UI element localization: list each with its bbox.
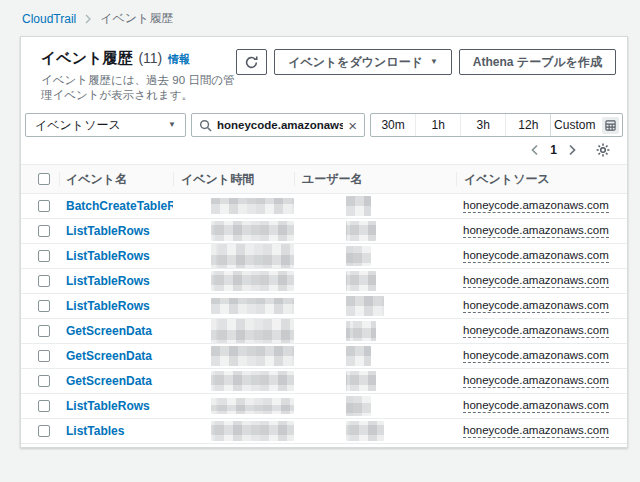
redacted-user-name: [346, 321, 376, 341]
create-athena-table-button[interactable]: Athena テーブルを作成: [459, 49, 616, 75]
table-row: GetScreenData honeycode.amazonaws.com: [21, 344, 627, 369]
event-source-value[interactable]: honeycode.amazonaws.com: [463, 299, 609, 313]
current-page-number[interactable]: 1: [550, 143, 557, 157]
event-name-link[interactable]: GetScreenData: [66, 374, 152, 388]
redacted-user-name: [346, 447, 371, 449]
table-row: GetScreenData honeycode.amazonaws.com: [21, 369, 627, 394]
event-source-value[interactable]: honeycode.amazonaws.com: [463, 349, 609, 363]
event-history-panel: イベント履歴 (11) 情報 イベント履歴には、過去 90 日間の管理イベントが…: [20, 36, 628, 448]
next-page-icon[interactable]: [568, 144, 577, 156]
title-block: イベント履歴 (11) 情報 イベント履歴には、過去 90 日間の管理イベントが…: [41, 49, 236, 103]
time-range-custom-label: Custom: [554, 118, 595, 132]
redacted-user-name: [346, 421, 384, 441]
page-description: イベント履歴には、過去 90 日間の管理イベントが表示されます。: [41, 73, 236, 103]
clear-filter-icon[interactable]: ×: [348, 118, 357, 133]
time-range-3h[interactable]: 3h: [460, 114, 505, 136]
event-source-value[interactable]: honeycode.amazonaws.com: [463, 324, 609, 338]
time-range-12h[interactable]: 12h: [505, 114, 550, 136]
event-name-link[interactable]: ListTableRows: [66, 249, 150, 263]
refresh-button[interactable]: [236, 49, 267, 75]
event-source-value[interactable]: honeycode.amazonaws.com: [463, 399, 609, 413]
row-checkbox[interactable]: [38, 325, 50, 337]
event-source-value[interactable]: honeycode.amazonaws.com: [463, 424, 609, 438]
breadcrumb: CloudTrail イベント履歴: [0, 0, 640, 27]
column-header-event-name[interactable]: イベント名: [59, 165, 173, 193]
row-checkbox[interactable]: [38, 425, 50, 437]
result-count: (11): [138, 50, 162, 66]
event-source-value[interactable]: honeycode.amazonaws.com: [463, 274, 609, 288]
time-range-30m[interactable]: 30m: [371, 114, 415, 136]
calendar-icon[interactable]: [602, 117, 619, 134]
panel-header: イベント履歴 (11) 情報 イベント履歴には、過去 90 日間の管理イベントが…: [21, 37, 627, 103]
search-icon: [199, 119, 212, 132]
event-name-link[interactable]: ListTableRows: [66, 224, 150, 238]
event-source-value[interactable]: honeycode.amazonaws.com: [463, 374, 609, 388]
lookup-attribute-value: イベントソース: [35, 117, 121, 134]
lookup-attribute-select[interactable]: イベントソース ▼: [25, 113, 186, 137]
event-name-link[interactable]: ListTableRows: [66, 399, 150, 413]
redacted-event-time: [211, 198, 294, 214]
column-header-user-name[interactable]: ユーザー名: [294, 165, 456, 193]
redacted-event-time: [211, 271, 294, 291]
create-athena-table-label: Athena テーブルを作成: [473, 54, 602, 71]
time-range-selector: 30m 1h 3h 12h Custom: [370, 113, 623, 137]
redacted-event-time: [211, 221, 294, 241]
row-checkbox[interactable]: [38, 375, 50, 387]
event-name-link[interactable]: ListTableRows: [66, 274, 150, 288]
event-name-link[interactable]: GetScreenData: [66, 349, 152, 363]
redacted-user-name: [346, 196, 371, 216]
redacted-event-time: [211, 447, 294, 449]
column-header-event-source[interactable]: イベントソース: [456, 165, 627, 193]
preferences-gear-icon[interactable]: [595, 142, 611, 158]
table-row: ListTables honeycode.amazonaws.com: [21, 419, 627, 444]
event-source-value[interactable]: honeycode.amazonaws.com: [463, 249, 609, 263]
row-checkbox[interactable]: [38, 400, 50, 412]
event-name-link[interactable]: ListTables: [66, 424, 124, 438]
breadcrumb-chevron-icon: [84, 14, 92, 24]
column-header-event-time[interactable]: イベント時間: [173, 165, 294, 193]
event-name-link[interactable]: BatchCreateTableRows: [66, 199, 173, 213]
header-actions: イベントをダウンロード ▼ Athena テーブルを作成: [236, 49, 616, 75]
row-checkbox[interactable]: [38, 275, 50, 287]
redacted-event-time: [211, 298, 294, 314]
download-events-button[interactable]: イベントをダウンロード ▼: [274, 49, 452, 75]
download-events-label: イベントをダウンロード: [288, 54, 423, 71]
event-source-value[interactable]: honeycode.amazonaws.com: [463, 199, 609, 213]
row-checkbox[interactable]: [38, 300, 50, 312]
table-body: BatchCreateTableRows honeycode.amazonaws…: [21, 194, 627, 448]
row-checkbox[interactable]: [38, 250, 50, 262]
redacted-event-time: [211, 244, 294, 268]
redacted-user-name: [346, 296, 384, 316]
redacted-event-time: [211, 371, 294, 391]
event-name-link[interactable]: ListTableRows: [66, 299, 150, 313]
redacted-event-time: [211, 421, 294, 441]
breadcrumb-cloudtrail-link[interactable]: CloudTrail: [22, 12, 76, 26]
redacted-user-name: [346, 246, 371, 266]
table-row: ListTables honeycode.amazonaws.com: [21, 444, 627, 448]
select-all-checkbox[interactable]: [38, 173, 50, 185]
time-range-custom[interactable]: Custom: [550, 114, 622, 136]
event-source-value[interactable]: honeycode.amazonaws.com: [463, 224, 609, 238]
row-checkbox[interactable]: [38, 350, 50, 362]
table-row: GetScreenData honeycode.amazonaws.com: [21, 319, 627, 344]
redacted-user-name: [346, 346, 371, 366]
redacted-user-name: [346, 271, 376, 291]
table-row: ListTableRows honeycode.amazonaws.com: [21, 269, 627, 294]
table-row: ListTableRows honeycode.amazonaws.com: [21, 294, 627, 319]
time-range-1h[interactable]: 1h: [415, 114, 460, 136]
redacted-event-time: [211, 398, 294, 414]
previous-page-icon[interactable]: [530, 144, 539, 156]
info-link[interactable]: 情報: [168, 52, 190, 67]
row-checkbox[interactable]: [38, 200, 50, 212]
table-row: ListTableRows honeycode.amazonaws.com: [21, 394, 627, 419]
table-row: BatchCreateTableRows honeycode.amazonaws…: [21, 194, 627, 219]
redacted-user-name: [346, 371, 376, 391]
event-name-link[interactable]: GetScreenData: [66, 324, 152, 338]
table-row: ListTableRows honeycode.amazonaws.com: [21, 244, 627, 269]
redacted-event-time: [211, 319, 294, 343]
search-input[interactable]: [217, 119, 343, 131]
filter-bar: イベントソース ▼ × 30m 1h 3h 12h Custom: [25, 113, 623, 137]
row-checkbox[interactable]: [38, 225, 50, 237]
caret-down-icon: ▼: [430, 58, 438, 66]
search-field: ×: [191, 113, 365, 137]
